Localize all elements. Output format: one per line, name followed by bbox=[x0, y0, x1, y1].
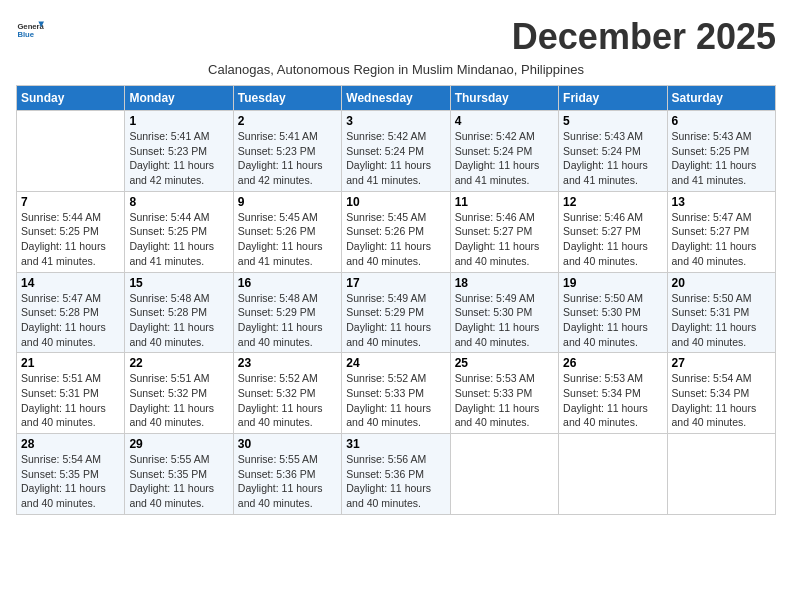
calendar-cell bbox=[17, 111, 125, 192]
day-info: Sunrise: 5:42 AMSunset: 5:24 PMDaylight:… bbox=[455, 129, 554, 188]
calendar-cell: 27Sunrise: 5:54 AMSunset: 5:34 PMDayligh… bbox=[667, 353, 775, 434]
day-info: Sunrise: 5:47 AMSunset: 5:27 PMDaylight:… bbox=[672, 210, 771, 269]
day-number: 4 bbox=[455, 114, 554, 128]
day-info: Sunrise: 5:51 AMSunset: 5:31 PMDaylight:… bbox=[21, 371, 120, 430]
calendar-cell: 5Sunrise: 5:43 AMSunset: 5:24 PMDaylight… bbox=[559, 111, 667, 192]
day-number: 12 bbox=[563, 195, 662, 209]
calendar-cell bbox=[559, 434, 667, 515]
calendar-cell: 10Sunrise: 5:45 AMSunset: 5:26 PMDayligh… bbox=[342, 191, 450, 272]
calendar-header-thursday: Thursday bbox=[450, 86, 558, 111]
day-info: Sunrise: 5:43 AMSunset: 5:25 PMDaylight:… bbox=[672, 129, 771, 188]
day-info: Sunrise: 5:49 AMSunset: 5:30 PMDaylight:… bbox=[455, 291, 554, 350]
day-info: Sunrise: 5:55 AMSunset: 5:36 PMDaylight:… bbox=[238, 452, 337, 511]
day-number: 25 bbox=[455, 356, 554, 370]
day-info: Sunrise: 5:53 AMSunset: 5:33 PMDaylight:… bbox=[455, 371, 554, 430]
calendar-header-row: SundayMondayTuesdayWednesdayThursdayFrid… bbox=[17, 86, 776, 111]
day-info: Sunrise: 5:41 AMSunset: 5:23 PMDaylight:… bbox=[238, 129, 337, 188]
logo: General Blue bbox=[16, 16, 46, 44]
day-info: Sunrise: 5:54 AMSunset: 5:35 PMDaylight:… bbox=[21, 452, 120, 511]
calendar-cell: 17Sunrise: 5:49 AMSunset: 5:29 PMDayligh… bbox=[342, 272, 450, 353]
calendar-cell: 9Sunrise: 5:45 AMSunset: 5:26 PMDaylight… bbox=[233, 191, 341, 272]
calendar-cell: 13Sunrise: 5:47 AMSunset: 5:27 PMDayligh… bbox=[667, 191, 775, 272]
calendar-cell bbox=[667, 434, 775, 515]
day-number: 2 bbox=[238, 114, 337, 128]
calendar-cell: 18Sunrise: 5:49 AMSunset: 5:30 PMDayligh… bbox=[450, 272, 558, 353]
day-number: 3 bbox=[346, 114, 445, 128]
calendar-cell: 29Sunrise: 5:55 AMSunset: 5:35 PMDayligh… bbox=[125, 434, 233, 515]
location-subtitle: Calanogas, Autonomous Region in Muslim M… bbox=[16, 62, 776, 77]
day-number: 10 bbox=[346, 195, 445, 209]
day-info: Sunrise: 5:47 AMSunset: 5:28 PMDaylight:… bbox=[21, 291, 120, 350]
calendar-header-friday: Friday bbox=[559, 86, 667, 111]
calendar-cell: 15Sunrise: 5:48 AMSunset: 5:28 PMDayligh… bbox=[125, 272, 233, 353]
calendar-cell: 12Sunrise: 5:46 AMSunset: 5:27 PMDayligh… bbox=[559, 191, 667, 272]
calendar-table: SundayMondayTuesdayWednesdayThursdayFrid… bbox=[16, 85, 776, 515]
day-number: 6 bbox=[672, 114, 771, 128]
calendar-cell: 11Sunrise: 5:46 AMSunset: 5:27 PMDayligh… bbox=[450, 191, 558, 272]
day-number: 18 bbox=[455, 276, 554, 290]
calendar-cell: 30Sunrise: 5:55 AMSunset: 5:36 PMDayligh… bbox=[233, 434, 341, 515]
calendar-header-tuesday: Tuesday bbox=[233, 86, 341, 111]
day-number: 7 bbox=[21, 195, 120, 209]
calendar-header-saturday: Saturday bbox=[667, 86, 775, 111]
calendar-week-row: 1Sunrise: 5:41 AMSunset: 5:23 PMDaylight… bbox=[17, 111, 776, 192]
calendar-cell: 14Sunrise: 5:47 AMSunset: 5:28 PMDayligh… bbox=[17, 272, 125, 353]
day-number: 27 bbox=[672, 356, 771, 370]
day-number: 5 bbox=[563, 114, 662, 128]
day-number: 20 bbox=[672, 276, 771, 290]
calendar-cell: 8Sunrise: 5:44 AMSunset: 5:25 PMDaylight… bbox=[125, 191, 233, 272]
day-info: Sunrise: 5:42 AMSunset: 5:24 PMDaylight:… bbox=[346, 129, 445, 188]
calendar-week-row: 14Sunrise: 5:47 AMSunset: 5:28 PMDayligh… bbox=[17, 272, 776, 353]
day-info: Sunrise: 5:45 AMSunset: 5:26 PMDaylight:… bbox=[346, 210, 445, 269]
day-number: 8 bbox=[129, 195, 228, 209]
calendar-cell: 3Sunrise: 5:42 AMSunset: 5:24 PMDaylight… bbox=[342, 111, 450, 192]
day-number: 9 bbox=[238, 195, 337, 209]
calendar-cell: 26Sunrise: 5:53 AMSunset: 5:34 PMDayligh… bbox=[559, 353, 667, 434]
general-blue-logo-icon: General Blue bbox=[16, 16, 44, 44]
calendar-week-row: 28Sunrise: 5:54 AMSunset: 5:35 PMDayligh… bbox=[17, 434, 776, 515]
day-info: Sunrise: 5:50 AMSunset: 5:31 PMDaylight:… bbox=[672, 291, 771, 350]
calendar-cell: 23Sunrise: 5:52 AMSunset: 5:32 PMDayligh… bbox=[233, 353, 341, 434]
day-number: 28 bbox=[21, 437, 120, 451]
day-info: Sunrise: 5:50 AMSunset: 5:30 PMDaylight:… bbox=[563, 291, 662, 350]
calendar-cell: 24Sunrise: 5:52 AMSunset: 5:33 PMDayligh… bbox=[342, 353, 450, 434]
page-header: General Blue December 2025 bbox=[16, 16, 776, 58]
calendar-cell: 21Sunrise: 5:51 AMSunset: 5:31 PMDayligh… bbox=[17, 353, 125, 434]
calendar-cell: 31Sunrise: 5:56 AMSunset: 5:36 PMDayligh… bbox=[342, 434, 450, 515]
day-info: Sunrise: 5:44 AMSunset: 5:25 PMDaylight:… bbox=[21, 210, 120, 269]
day-info: Sunrise: 5:48 AMSunset: 5:29 PMDaylight:… bbox=[238, 291, 337, 350]
day-info: Sunrise: 5:56 AMSunset: 5:36 PMDaylight:… bbox=[346, 452, 445, 511]
calendar-cell: 2Sunrise: 5:41 AMSunset: 5:23 PMDaylight… bbox=[233, 111, 341, 192]
day-number: 16 bbox=[238, 276, 337, 290]
day-number: 17 bbox=[346, 276, 445, 290]
day-number: 1 bbox=[129, 114, 228, 128]
day-number: 26 bbox=[563, 356, 662, 370]
day-info: Sunrise: 5:54 AMSunset: 5:34 PMDaylight:… bbox=[672, 371, 771, 430]
calendar-cell: 22Sunrise: 5:51 AMSunset: 5:32 PMDayligh… bbox=[125, 353, 233, 434]
calendar-cell: 7Sunrise: 5:44 AMSunset: 5:25 PMDaylight… bbox=[17, 191, 125, 272]
calendar-cell: 28Sunrise: 5:54 AMSunset: 5:35 PMDayligh… bbox=[17, 434, 125, 515]
day-number: 21 bbox=[21, 356, 120, 370]
calendar-header-wednesday: Wednesday bbox=[342, 86, 450, 111]
month-title: December 2025 bbox=[512, 16, 776, 58]
calendar-cell: 4Sunrise: 5:42 AMSunset: 5:24 PMDaylight… bbox=[450, 111, 558, 192]
calendar-week-row: 7Sunrise: 5:44 AMSunset: 5:25 PMDaylight… bbox=[17, 191, 776, 272]
day-number: 30 bbox=[238, 437, 337, 451]
calendar-header-sunday: Sunday bbox=[17, 86, 125, 111]
calendar-body: 1Sunrise: 5:41 AMSunset: 5:23 PMDaylight… bbox=[17, 111, 776, 515]
day-info: Sunrise: 5:52 AMSunset: 5:33 PMDaylight:… bbox=[346, 371, 445, 430]
day-number: 24 bbox=[346, 356, 445, 370]
day-info: Sunrise: 5:55 AMSunset: 5:35 PMDaylight:… bbox=[129, 452, 228, 511]
day-number: 14 bbox=[21, 276, 120, 290]
day-info: Sunrise: 5:48 AMSunset: 5:28 PMDaylight:… bbox=[129, 291, 228, 350]
calendar-cell: 25Sunrise: 5:53 AMSunset: 5:33 PMDayligh… bbox=[450, 353, 558, 434]
day-info: Sunrise: 5:53 AMSunset: 5:34 PMDaylight:… bbox=[563, 371, 662, 430]
day-number: 29 bbox=[129, 437, 228, 451]
calendar-cell bbox=[450, 434, 558, 515]
calendar-week-row: 21Sunrise: 5:51 AMSunset: 5:31 PMDayligh… bbox=[17, 353, 776, 434]
day-info: Sunrise: 5:41 AMSunset: 5:23 PMDaylight:… bbox=[129, 129, 228, 188]
day-info: Sunrise: 5:45 AMSunset: 5:26 PMDaylight:… bbox=[238, 210, 337, 269]
calendar-cell: 1Sunrise: 5:41 AMSunset: 5:23 PMDaylight… bbox=[125, 111, 233, 192]
day-info: Sunrise: 5:51 AMSunset: 5:32 PMDaylight:… bbox=[129, 371, 228, 430]
day-number: 31 bbox=[346, 437, 445, 451]
